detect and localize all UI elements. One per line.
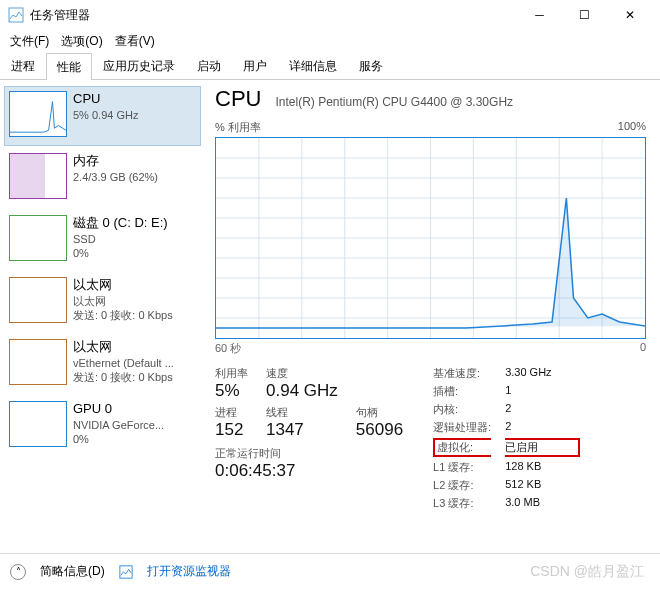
sidebar-item-label: 以太网 [73, 277, 173, 294]
main-panel: CPU Intel(R) Pentium(R) CPU G4400 @ 3.30… [205, 80, 660, 550]
menu-file[interactable]: 文件(F) [4, 31, 55, 52]
chart-ylabel: % 利用率 [215, 120, 261, 135]
chevron-up-icon[interactable]: ˄ [10, 564, 26, 580]
uptime-value: 0:06:45:37 [215, 461, 403, 481]
disk-thumbnail-icon [9, 215, 67, 261]
sidebar-item-label: 内存 [73, 153, 158, 170]
stat-handles-value: 56096 [356, 420, 403, 440]
menu-view[interactable]: 查看(V) [109, 31, 161, 52]
minimize-button[interactable]: ─ [517, 0, 562, 30]
fewer-details-link[interactable]: 简略信息(D) [40, 563, 105, 580]
memory-thumbnail-icon [9, 153, 67, 199]
maximize-button[interactable]: ☐ [562, 0, 607, 30]
tab-startup[interactable]: 启动 [186, 52, 232, 79]
sidebar-item-gpu[interactable]: GPU 0NVIDIA GeForce...0% [4, 396, 201, 456]
uptime-label: 正常运行时间 [215, 446, 403, 461]
gpu-thumbnail-icon [9, 401, 67, 447]
virtualization-value: 已启用 [505, 438, 580, 457]
tab-bar: 进程 性能 应用历史记录 启动 用户 详细信息 服务 [0, 52, 660, 80]
stat-handles-label: 句柄 [356, 405, 403, 420]
cpu-thumbnail-icon [9, 91, 67, 137]
stat-threads-value: 1347 [266, 420, 338, 440]
page-title: CPU [215, 86, 261, 112]
tab-users[interactable]: 用户 [232, 52, 278, 79]
sidebar-item-ethernet-2[interactable]: 以太网vEthernet (Default ...发送: 0 接收: 0 Kbp… [4, 334, 201, 394]
menubar: 文件(F) 选项(O) 查看(V) [0, 30, 660, 52]
sidebar-item-label: GPU 0 [73, 401, 164, 418]
watermark: CSDN @皓月盈江 [530, 563, 644, 581]
titlebar: 任务管理器 ─ ☐ ✕ [0, 0, 660, 30]
chart-xmax: 0 [640, 341, 646, 356]
sidebar-item-label: 磁盘 0 (C: D: E:) [73, 215, 168, 232]
sidebar: CPU5% 0.94 GHz 内存2.4/3.9 GB (62%) 磁盘 0 (… [0, 80, 205, 550]
tab-details[interactable]: 详细信息 [278, 52, 348, 79]
tab-performance[interactable]: 性能 [46, 53, 92, 80]
chart-ymax: 100% [618, 120, 646, 135]
stat-threads-label: 线程 [266, 405, 338, 420]
stat-proc-value: 152 [215, 420, 248, 440]
sidebar-item-cpu[interactable]: CPU5% 0.94 GHz [4, 86, 201, 146]
ethernet-thumbnail-icon [9, 277, 67, 323]
cpu-utilization-chart [215, 137, 646, 339]
stat-util-value: 5% [215, 381, 248, 401]
sidebar-item-memory[interactable]: 内存2.4/3.9 GB (62%) [4, 148, 201, 208]
resmon-icon [119, 565, 133, 579]
window-title: 任务管理器 [30, 7, 90, 24]
virtualization-label: 虚拟化: [433, 438, 491, 457]
cpu-details: 基准速度:3.30 GHz 插槽:1 内核:2 逻辑处理器:2 虚拟化:已启用 … [433, 366, 580, 511]
stat-proc-label: 进程 [215, 405, 248, 420]
stat-speed-label: 速度 [266, 366, 338, 381]
close-button[interactable]: ✕ [607, 0, 652, 30]
tab-processes[interactable]: 进程 [0, 52, 46, 79]
sidebar-item-ethernet-1[interactable]: 以太网以太网发送: 0 接收: 0 Kbps [4, 272, 201, 332]
chart-xlabel: 60 秒 [215, 341, 241, 356]
sidebar-item-label: 以太网 [73, 339, 174, 356]
tab-services[interactable]: 服务 [348, 52, 394, 79]
ethernet-thumbnail-icon [9, 339, 67, 385]
stat-speed-value: 0.94 GHz [266, 381, 338, 401]
stat-util-label: 利用率 [215, 366, 248, 381]
open-resmon-link[interactable]: 打开资源监视器 [147, 563, 231, 580]
sidebar-item-label: CPU [73, 91, 138, 108]
tab-app-history[interactable]: 应用历史记录 [92, 52, 186, 79]
menu-options[interactable]: 选项(O) [55, 31, 108, 52]
cpu-model: Intel(R) Pentium(R) CPU G4400 @ 3.30GHz [275, 95, 513, 109]
app-icon [8, 7, 24, 23]
sidebar-item-disk[interactable]: 磁盘 0 (C: D: E:)SSD0% [4, 210, 201, 270]
